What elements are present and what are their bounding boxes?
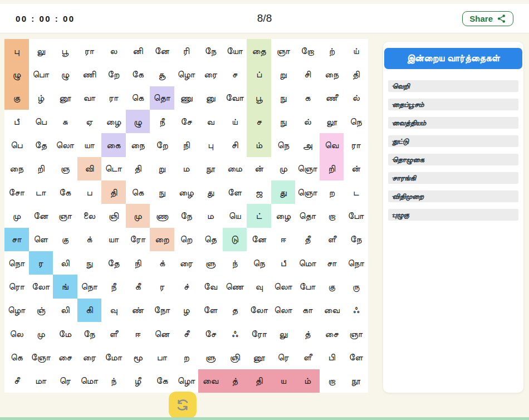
grid-cell[interactable]: க் <box>77 228 102 251</box>
grid-cell[interactable]: கே <box>53 180 77 204</box>
grid-cell[interactable]: ம் <box>295 369 320 393</box>
grid-cell[interactable]: லொ <box>53 133 77 157</box>
grid-cell[interactable]: தி <box>126 157 150 180</box>
grid-cell[interactable]: நெ <box>247 251 271 275</box>
grid-cell[interactable]: நீ <box>101 275 126 298</box>
grid-cell[interactable]: லொ <box>271 299 296 322</box>
grid-cell[interactable]: ந் <box>223 251 247 275</box>
grid-cell[interactable]: ரா <box>344 133 368 157</box>
grid-cell[interactable]: நு <box>150 180 174 204</box>
grid-cell[interactable]: சே <box>174 110 199 133</box>
grid-cell[interactable]: யோ <box>223 39 247 62</box>
grid-cell[interactable]: ளீ <box>320 228 344 251</box>
grid-cell[interactable]: ய் <box>223 110 247 133</box>
grid-cell[interactable]: சி <box>223 133 247 157</box>
grid-cell[interactable]: லொ <box>271 275 296 298</box>
grid-cell[interactable]: மு <box>271 157 296 180</box>
grid-cell[interactable]: பு <box>4 39 29 62</box>
grid-cell[interactable]: ப <box>77 180 102 204</box>
grid-cell[interactable]: நோ <box>150 299 174 322</box>
grid-cell[interactable]: ல் <box>295 110 320 133</box>
grid-cell[interactable]: மொ <box>295 251 320 275</box>
grid-cell[interactable]: ரொ <box>4 275 29 298</box>
grid-cell[interactable]: நொ <box>77 275 102 298</box>
grid-cell[interactable]: ன் <box>344 157 368 180</box>
grid-cell[interactable]: பா <box>150 345 174 369</box>
grid-cell[interactable]: ழொ <box>4 299 29 322</box>
grid-cell[interactable]: ளே <box>198 299 223 322</box>
grid-cell[interactable]: பெ <box>4 133 29 157</box>
grid-cell[interactable]: றெ <box>174 228 199 251</box>
grid-cell[interactable]: ய் <box>344 39 368 62</box>
grid-cell[interactable]: ழு <box>53 62 77 86</box>
grid-cell[interactable]: பி <box>320 345 344 369</box>
grid-cell[interactable]: ழ <box>174 299 199 322</box>
grid-cell[interactable]: ச் <box>174 275 199 298</box>
grid-cell[interactable]: நெ <box>344 110 368 133</box>
grid-cell[interactable]: வு <box>101 299 126 322</box>
grid-cell[interactable]: சு <box>53 110 77 133</box>
grid-cell[interactable]: நு <box>77 251 102 275</box>
grid-cell[interactable]: நொ <box>4 251 29 275</box>
grid-cell[interactable]: ஞ் <box>29 299 53 322</box>
grid-cell[interactable]: ந் <box>101 369 126 393</box>
grid-cell[interactable]: மோ <box>101 345 126 369</box>
grid-cell[interactable]: தே <box>101 251 126 275</box>
grid-cell[interactable]: ழீ <box>126 369 150 393</box>
grid-cell[interactable]: ர <box>150 275 174 298</box>
grid-cell[interactable]: வ <box>198 110 223 133</box>
grid-cell[interactable]: ஏ <box>77 110 102 133</box>
grid-cell[interactable]: ர <box>29 251 53 275</box>
grid-cell[interactable]: தெ <box>198 228 223 251</box>
grid-cell[interactable]: ஞோ <box>29 345 53 369</box>
grid-cell[interactable]: தொ <box>295 204 320 227</box>
grid-cell[interactable]: பூ <box>247 86 271 110</box>
grid-cell[interactable]: னி <box>126 39 150 62</box>
grid-cell[interactable]: தீ <box>295 228 320 251</box>
grid-cell[interactable]: நூ <box>198 157 223 180</box>
grid-cell[interactable]: லை <box>77 204 102 227</box>
grid-cell[interactable]: யா <box>77 133 102 157</box>
grid-cell[interactable]: நி <box>174 133 199 157</box>
grid-cell[interactable]: பொ <box>29 62 53 86</box>
grid-cell[interactable]: பு <box>198 133 223 157</box>
grid-cell[interactable]: தி <box>344 62 368 86</box>
grid-cell[interactable]: மொ <box>77 369 102 393</box>
grid-cell[interactable]: லி <box>53 299 77 322</box>
grid-cell[interactable]: ஃ <box>223 322 247 345</box>
grid-cell[interactable]: ணு <box>174 86 199 110</box>
grid-cell[interactable]: வே <box>198 275 223 298</box>
grid-cell[interactable]: கெ <box>126 86 150 110</box>
grid-cell[interactable]: டு <box>223 228 247 251</box>
grid-cell[interactable]: ழை <box>174 180 199 204</box>
grid-cell[interactable]: லோ <box>29 275 53 298</box>
grid-cell[interactable]: ஃ <box>344 299 368 322</box>
grid-cell[interactable]: றி <box>320 157 344 180</box>
grid-cell[interactable]: கே <box>150 369 174 393</box>
grid-cell[interactable]: தை <box>247 39 271 62</box>
grid-cell[interactable]: கா <box>295 299 320 322</box>
grid-cell[interactable]: நி <box>126 251 150 275</box>
grid-cell[interactable]: லெ <box>4 322 29 345</box>
grid-cell[interactable]: பீ <box>4 110 29 133</box>
grid-cell[interactable]: நே <box>198 39 223 62</box>
grid-cell[interactable]: லு <box>271 322 296 345</box>
grid-cell[interactable]: கெ <box>126 180 150 204</box>
grid-cell[interactable]: று <box>271 62 296 86</box>
grid-cell[interactable]: ச <box>247 110 271 133</box>
grid-cell[interactable]: த் <box>223 369 247 393</box>
grid-cell[interactable]: மை <box>223 157 247 180</box>
grid-cell[interactable]: ஞொ <box>295 157 320 180</box>
grid-cell[interactable]: ண் <box>126 299 150 322</box>
grid-cell[interactable]: ஞா <box>344 322 368 345</box>
grid-cell[interactable]: சா <box>4 228 29 251</box>
grid-cell[interactable]: போ <box>295 275 320 298</box>
grid-cell[interactable]: த <box>223 299 247 322</box>
grid-cell[interactable]: நை <box>4 157 29 180</box>
grid-cell[interactable]: ரோ <box>247 322 271 345</box>
grid-cell[interactable]: ளெ <box>29 228 53 251</box>
grid-cell[interactable]: போ <box>344 204 368 227</box>
grid-cell[interactable]: றா <box>320 204 344 227</box>
grid-cell[interactable]: வோ <box>223 86 247 110</box>
grid-cell[interactable]: லூ <box>320 110 344 133</box>
